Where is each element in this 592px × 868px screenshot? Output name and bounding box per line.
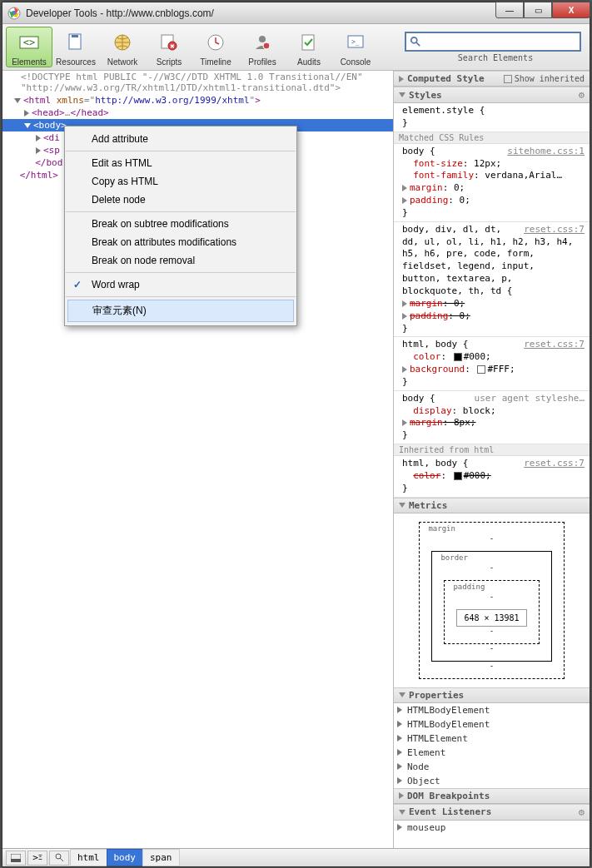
show-inherited-toggle[interactable]: Show inherited	[504, 74, 585, 83]
tab-console[interactable]: >_ Console	[332, 27, 379, 67]
css-source-link[interactable]: reset.css:7	[524, 339, 585, 351]
profiles-icon	[249, 29, 276, 56]
css-source-link[interactable]: reset.css:7	[524, 224, 585, 236]
tab-audits[interactable]: Audits	[286, 27, 332, 67]
brace: }	[402, 117, 585, 130]
breadcrumb-body[interactable]: body	[107, 849, 144, 866]
tab-profiles[interactable]: Profiles	[239, 27, 286, 67]
svg-text:>_: >_	[351, 38, 360, 46]
property-item[interactable]: Object	[394, 774, 590, 788]
breadcrumb-span[interactable]: span	[142, 849, 180, 866]
tab-label: Profiles	[239, 57, 286, 67]
css-source-link: user agent styleshe…	[475, 393, 585, 405]
css-prop: margin	[410, 298, 443, 309]
tab-elements[interactable]: <> Elements	[6, 27, 52, 67]
tab-label: Scripts	[146, 57, 192, 67]
brace: }	[402, 376, 585, 389]
svg-text:<>: <>	[23, 37, 35, 48]
metrics-diagram[interactable]: margin - border - padding - 648 × 13981 …	[394, 513, 590, 687]
breadcrumb-html[interactable]: html	[70, 849, 107, 866]
svg-rect-13	[302, 35, 314, 50]
css-rule[interactable]: reset.css:7 body, div, dl, dt, dd, ul, o…	[394, 222, 590, 338]
dom-breakpoints-header[interactable]: DOM Breakpoints	[394, 788, 590, 804]
gear-icon[interactable]: ⚙	[579, 806, 585, 818]
brace: }	[402, 483, 585, 495]
search-button[interactable]	[49, 851, 69, 866]
brace: }	[402, 207, 585, 220]
svg-rect-5	[72, 35, 78, 37]
html-open[interactable]: <html xmlns="http://www.w3.org/1999/xhtm…	[2, 94, 393, 107]
css-rule[interactable]: reset.css:7 html, body { color: #000; ba…	[394, 337, 590, 390]
styles-header[interactable]: Styles ⚙	[394, 87, 590, 103]
check-icon: ✓	[73, 279, 82, 290]
css-source-link[interactable]: reset.css:7	[524, 458, 585, 470]
metrics-padding-label: padding	[453, 583, 523, 591]
event-listeners-header[interactable]: Event Listeners ⚙	[394, 804, 590, 821]
css-prop: display	[413, 405, 451, 416]
element-style-block[interactable]: element.style { }	[394, 103, 590, 132]
context-menu: Add attribute Edit as HTML Copy as HTML …	[64, 126, 297, 326]
dom-tree-panel[interactable]: <!DOCTYPE html PUBLIC "-//W3C//DTD XHTML…	[2, 71, 394, 848]
css-rule[interactable]: sitehome.css:1 body { font-size: 12px; f…	[394, 144, 590, 222]
gear-icon[interactable]: ⚙	[579, 89, 585, 101]
main-area: <!DOCTYPE html PUBLIC "-//W3C//DTD XHTML…	[2, 71, 590, 848]
console-toggle-button[interactable]: >Ξ	[27, 851, 47, 866]
property-item[interactable]: HTMLElement	[394, 732, 590, 746]
property-item[interactable]: Element	[394, 746, 590, 760]
resources-icon	[62, 29, 89, 56]
search-icon	[410, 36, 421, 47]
metrics-dash: -	[444, 563, 539, 572]
svg-point-16	[411, 37, 417, 43]
titlebar[interactable]: Developer Tools - http://www.cnblogs.com…	[2, 2, 590, 24]
selector-text: h5, h6, pre, code, form,	[402, 248, 585, 260]
metrics-margin-label: margin	[428, 524, 548, 533]
brace: }	[402, 429, 585, 442]
property-item[interactable]: Node	[394, 760, 590, 774]
chrome-icon	[7, 7, 21, 20]
devtools-window: Developer Tools - http://www.cnblogs.com…	[2, 2, 590, 867]
ctx-delete-node[interactable]: Delete node	[65, 191, 296, 209]
ctx-word-wrap[interactable]: ✓Word wrap	[65, 275, 296, 294]
network-icon	[109, 29, 136, 56]
maximize-button[interactable]: ▭	[524, 2, 552, 18]
head-node[interactable]: <head>…</head>	[2, 107, 393, 119]
metrics-dash: -	[444, 644, 539, 652]
dock-button[interactable]	[6, 851, 26, 866]
console-icon: >_	[342, 29, 369, 56]
listener-item[interactable]: mouseup	[394, 821, 590, 835]
ctx-break-subtree[interactable]: Break on subtree modifications	[65, 215, 296, 233]
ctx-inspect-element[interactable]: 审查元素(N)	[67, 300, 294, 322]
tab-label: Timeline	[192, 57, 239, 67]
tab-label: Network	[99, 57, 146, 67]
properties-header[interactable]: Properties	[394, 687, 590, 703]
ctx-break-removal[interactable]: Break on node removal	[65, 251, 296, 270]
ctx-break-attrs[interactable]: Break on attributes modifications	[65, 233, 296, 251]
css-prop: color	[413, 470, 440, 481]
metrics-border-label: border	[440, 553, 535, 562]
css-val: #000;	[464, 351, 491, 362]
tab-label: Console	[332, 57, 379, 67]
property-item[interactable]: HTMLBodyElement	[394, 703, 590, 717]
tab-timeline[interactable]: Timeline	[192, 27, 239, 67]
property-item[interactable]: HTMLBodyElement	[394, 717, 590, 732]
ctx-copy-html[interactable]: Copy as HTML	[65, 172, 296, 191]
search-input[interactable]	[405, 32, 581, 52]
metrics-header[interactable]: Metrics	[394, 498, 590, 513]
tab-resources[interactable]: Resources	[52, 27, 99, 67]
selector-text: button, textarea, p,	[402, 273, 585, 285]
doctype-line[interactable]: <!DOCTYPE html PUBLIC "-//W3C//DTD XHTML…	[2, 71, 393, 94]
selector-text: blockquote, th, td {	[402, 285, 585, 298]
css-rule[interactable]: reset.css:7 html, body { color: #000; }	[394, 456, 590, 498]
minimize-button[interactable]: —	[495, 2, 524, 18]
css-rule[interactable]: user agent styleshe… body { display: blo…	[394, 391, 590, 444]
metrics-dash: -	[456, 593, 526, 601]
close-button[interactable]: X	[552, 2, 590, 18]
tab-network[interactable]: Network	[99, 27, 146, 67]
tab-scripts[interactable]: ✖ Scripts	[146, 27, 192, 67]
css-source-link[interactable]: sitehome.css:1	[507, 146, 585, 158]
computed-style-header[interactable]: Computed Style Show inherited	[394, 71, 590, 87]
ctx-edit-html[interactable]: Edit as HTML	[65, 154, 296, 172]
sidebar: Computed Style Show inherited Styles ⚙ e…	[394, 71, 590, 848]
ctx-add-attribute[interactable]: Add attribute	[65, 130, 296, 148]
css-prop: padding	[410, 310, 448, 321]
